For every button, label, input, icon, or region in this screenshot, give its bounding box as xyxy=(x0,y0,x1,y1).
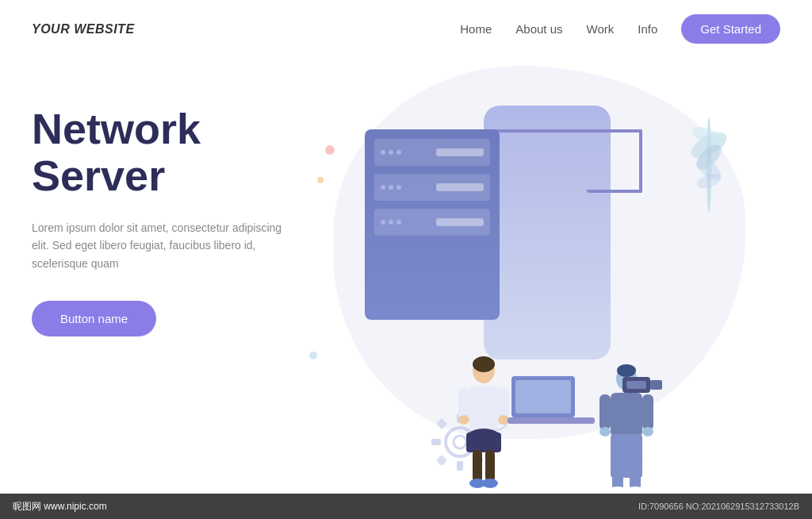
decorative-leaves xyxy=(661,106,756,225)
svg-rect-46 xyxy=(612,459,623,490)
svg-point-23 xyxy=(473,356,495,372)
nav-about[interactable]: About us xyxy=(515,22,562,36)
deco-circle-1 xyxy=(325,145,335,155)
server-dots-2 xyxy=(381,185,401,190)
server-dot xyxy=(381,150,385,155)
logo: YOUR WEBSITE xyxy=(32,22,135,37)
server-dots-1 xyxy=(381,150,401,155)
server-rack xyxy=(365,129,500,320)
svg-rect-14 xyxy=(436,455,447,466)
logo-prefix: YOUR xyxy=(32,22,74,36)
svg-rect-12 xyxy=(436,418,447,429)
svg-rect-47 xyxy=(630,459,641,490)
nav-info[interactable]: Info xyxy=(638,22,657,36)
svg-rect-37 xyxy=(508,417,595,424)
svg-rect-36 xyxy=(515,380,571,413)
server-slot-2 xyxy=(436,183,484,191)
server-dot xyxy=(396,220,401,225)
server-dot xyxy=(389,185,393,190)
svg-rect-41 xyxy=(599,394,611,430)
watermark-bar: 昵图网 www.nipic.com ID:7090656 NO:20210629… xyxy=(0,494,812,519)
person-female xyxy=(452,355,515,498)
svg-rect-40 xyxy=(611,393,642,436)
svg-rect-32 xyxy=(485,450,495,482)
svg-rect-52 xyxy=(626,381,646,389)
svg-rect-10 xyxy=(431,439,441,445)
hero-description: Lorem ipsum dolor sit amet, consectetur … xyxy=(32,219,285,272)
svg-point-43 xyxy=(599,427,611,436)
phone-rectangle xyxy=(484,106,611,359)
connector-icon xyxy=(622,371,662,398)
cable-vertical xyxy=(639,129,642,193)
hero-title: Network Server xyxy=(32,106,301,200)
svg-rect-24 xyxy=(469,386,498,430)
laptop xyxy=(508,375,595,430)
server-dot xyxy=(389,150,393,155)
logo-brand: WEBSITE xyxy=(74,22,134,36)
server-dot xyxy=(389,220,393,225)
nav-links: Home About us Work Info Get Started xyxy=(460,14,780,44)
watermark-left: 昵图网 www.nipic.com xyxy=(13,500,107,513)
svg-rect-42 xyxy=(642,394,653,430)
cable-horizontal xyxy=(484,129,642,133)
server-dot xyxy=(381,220,385,225)
svg-point-29 xyxy=(458,415,469,425)
svg-point-44 xyxy=(642,427,653,436)
server-slot-1 xyxy=(436,148,484,156)
server-dot xyxy=(396,150,401,155)
server-slot-3 xyxy=(436,218,484,226)
navbar: YOUR WEBSITE Home About us Work Info Get… xyxy=(0,0,812,58)
deco-circle-3 xyxy=(309,352,317,359)
get-started-button[interactable]: Get Started xyxy=(681,14,780,44)
svg-rect-31 xyxy=(473,450,482,482)
nav-work[interactable]: Work xyxy=(587,22,615,36)
hero-section: Network Server Lorem ipsum dolor sit ame… xyxy=(0,58,812,519)
svg-point-34 xyxy=(482,479,498,488)
hero-left: Network Server Lorem ipsum dolor sit ame… xyxy=(32,82,301,336)
svg-rect-51 xyxy=(650,380,662,390)
cable-horizontal-2 xyxy=(587,190,642,193)
server-unit-2 xyxy=(374,174,490,201)
server-dots-3 xyxy=(381,220,401,225)
server-dot xyxy=(381,185,385,190)
deco-circle-2 xyxy=(317,177,324,183)
server-unit-3 xyxy=(374,209,490,236)
nav-home[interactable]: Home xyxy=(460,22,492,36)
server-unit-1 xyxy=(374,139,490,166)
page-wrapper: YOUR WEBSITE Home About us Work Info Get… xyxy=(0,0,812,519)
watermark-right: ID:7090656 NO:2021062915312733012B xyxy=(638,502,799,511)
hero-illustration xyxy=(301,82,780,519)
svg-rect-26 xyxy=(466,432,501,452)
server-dot xyxy=(396,185,401,190)
hero-button[interactable]: Button name xyxy=(32,301,156,336)
